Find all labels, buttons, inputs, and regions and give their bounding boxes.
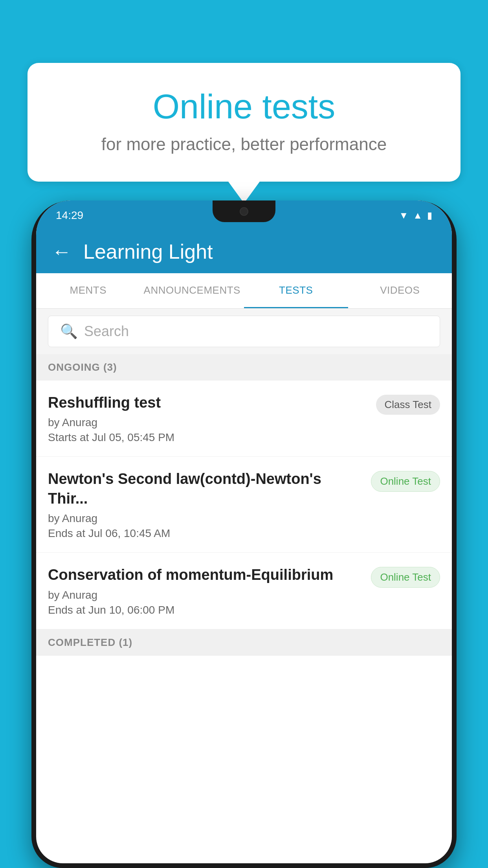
speech-bubble-arrow [228, 182, 260, 203]
search-container: 🔍 Search [36, 309, 452, 354]
test-info-reshuffling: Reshuffling test by Anurag Starts at Jul… [48, 393, 368, 444]
speech-bubble: Online tests for more practice, better p… [28, 63, 460, 182]
test-info-conservation: Conservation of momentum-Equilibrium by … [48, 565, 363, 616]
test-date-reshuffling: Starts at Jul 05, 05:45 PM [48, 431, 368, 444]
wifi-icon: ▼ [399, 210, 408, 221]
tabs-container: MENTS ANNOUNCEMENTS TESTS VIDEOS [36, 273, 452, 309]
tab-ments[interactable]: MENTS [36, 273, 140, 308]
tab-tests[interactable]: TESTS [244, 273, 348, 308]
test-date-newtons: Ends at Jul 06, 10:45 AM [48, 527, 363, 540]
phone-screen: 14:29 ▼ ▲ ▮ ← Learning Light MENTS [36, 200, 452, 863]
tab-announcements[interactable]: ANNOUNCEMENTS [140, 273, 244, 308]
test-list: Reshuffling test by Anurag Starts at Jul… [36, 381, 452, 629]
ongoing-section-header: ONGOING (3) [36, 354, 452, 381]
phone-frame: 14:29 ▼ ▲ ▮ ← Learning Light MENTS [31, 200, 457, 868]
test-badge-reshuffling: Class Test [376, 395, 440, 415]
battery-icon: ▮ [427, 210, 432, 221]
status-bar: 14:29 ▼ ▲ ▮ [36, 200, 452, 230]
completed-section-header: COMPLETED (1) [36, 629, 452, 656]
test-item-newtons[interactable]: Newton's Second law(contd)-Newton's Thir… [36, 457, 452, 553]
back-button[interactable]: ← [52, 240, 72, 263]
phone-notch [213, 200, 275, 222]
signal-icon: ▲ [413, 210, 422, 221]
camera-dot [240, 207, 248, 216]
app-header: ← Learning Light [36, 230, 452, 273]
test-badge-conservation: Online Test [371, 567, 440, 588]
search-bar[interactable]: 🔍 Search [48, 316, 440, 347]
tab-videos[interactable]: VIDEOS [348, 273, 452, 308]
test-name-conservation: Conservation of momentum-Equilibrium [48, 565, 363, 585]
test-author-newtons: by Anurag [48, 512, 363, 525]
app-title: Learning Light [83, 240, 213, 263]
test-name-reshuffling: Reshuffling test [48, 393, 368, 412]
phone-content: 14:29 ▼ ▲ ▮ ← Learning Light MENTS [36, 200, 452, 863]
speech-bubble-container: Online tests for more practice, better p… [28, 63, 460, 203]
test-item-reshuffling[interactable]: Reshuffling test by Anurag Starts at Jul… [36, 381, 452, 457]
test-name-newtons: Newton's Second law(contd)-Newton's Thir… [48, 469, 363, 508]
test-author-conservation: by Anurag [48, 589, 363, 601]
test-date-conservation: Ends at Jun 10, 06:00 PM [48, 604, 363, 616]
search-placeholder: Search [84, 323, 129, 340]
speech-bubble-title: Online tests [59, 86, 429, 127]
status-icons: ▼ ▲ ▮ [399, 210, 432, 221]
test-author-reshuffling: by Anurag [48, 416, 368, 429]
test-badge-newtons: Online Test [371, 471, 440, 492]
test-info-newtons: Newton's Second law(contd)-Newton's Thir… [48, 469, 363, 540]
status-time: 14:29 [56, 209, 83, 222]
search-icon: 🔍 [60, 323, 78, 340]
speech-bubble-subtitle: for more practice, better performance [59, 134, 429, 154]
test-item-conservation[interactable]: Conservation of momentum-Equilibrium by … [36, 553, 452, 629]
